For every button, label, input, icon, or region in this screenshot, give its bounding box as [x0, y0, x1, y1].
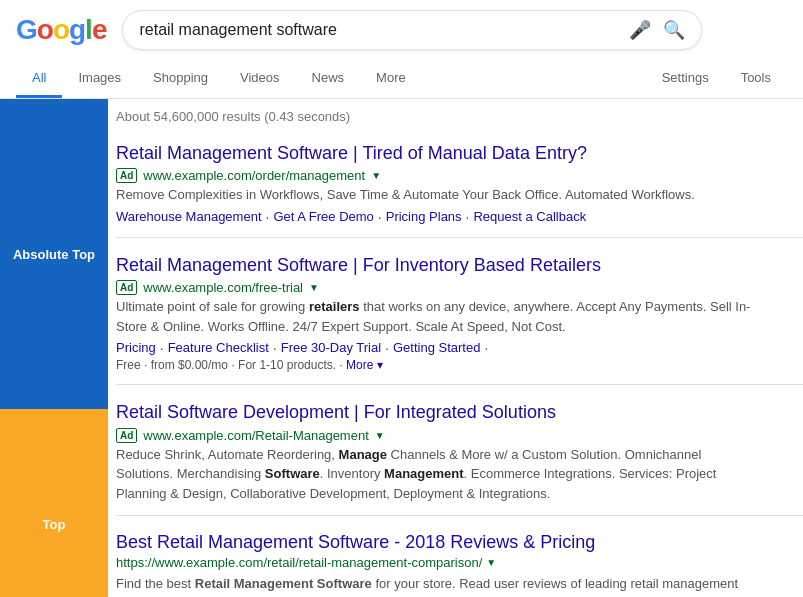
ad1-title[interactable]: Retail Management Software | Tired of Ma… — [116, 142, 756, 165]
organic-desc: Find the best Retail Management Software… — [116, 574, 756, 597]
ad-result-1: Retail Management Software | Tired of Ma… — [116, 130, 756, 233]
result-count: About 54,600,000 results (0.43 seconds) — [116, 99, 803, 130]
ad-result-2: Retail Management Software | For Invento… — [116, 242, 756, 380]
header-top: Google 🎤 🔍 — [16, 10, 787, 60]
ad2-link-3[interactable]: Free 30-Day Trial — [281, 340, 381, 356]
ad1-link-4[interactable]: Request a Callback — [473, 209, 586, 225]
results-column: About 54,600,000 results (0.43 seconds) … — [108, 99, 803, 597]
ad1-url-arrow: ▼ — [371, 170, 381, 181]
ad2-url-arrow: ▼ — [309, 282, 319, 293]
search-button[interactable]: 🔍 — [663, 19, 685, 41]
ad3-badge-row: Ad www.example.com/Retail-Management ▼ — [116, 428, 756, 443]
organic-title[interactable]: Best Retail Management Software - 2018 R… — [116, 532, 756, 553]
ad3-desc: Reduce Shrink, Automate Reordering, Mana… — [116, 445, 756, 504]
settings-link[interactable]: Settings — [646, 60, 725, 98]
absolute-top-label: Absolute Top — [0, 99, 108, 409]
logo-letter-g: G — [16, 14, 37, 45]
main-content: Absolute Top Top About 54,600,000 result… — [0, 99, 803, 597]
ad2-links: Pricing · Feature Checklist · Free 30-Da… — [116, 340, 756, 356]
ad2-title[interactable]: Retail Management Software | For Invento… — [116, 254, 756, 277]
ad2-free-note: Free · from $0.00/mo · For 1-10 products… — [116, 358, 756, 372]
tools-link[interactable]: Tools — [725, 60, 787, 98]
ad2-badge-row: Ad www.example.com/free-trial ▼ — [116, 280, 756, 295]
tab-videos[interactable]: Videos — [224, 60, 296, 98]
ad1-link-2[interactable]: Get A Free Demo — [273, 209, 373, 225]
logo-letter-o1: o — [37, 14, 53, 45]
logo-letter-g2: g — [69, 14, 85, 45]
logo-letter-e: e — [92, 14, 107, 45]
divider-3 — [116, 515, 803, 516]
tab-news[interactable]: News — [296, 60, 361, 98]
ad2-link-2[interactable]: Feature Checklist — [168, 340, 269, 356]
tab-more[interactable]: More — [360, 60, 422, 98]
organic-url-arrow: ▼ — [486, 557, 496, 568]
divider-1 — [116, 237, 803, 238]
ad2-desc: Ultimate point of sale for growing retai… — [116, 297, 756, 336]
tab-all[interactable]: All — [16, 60, 62, 98]
top-label: Top — [0, 409, 108, 597]
tab-shopping[interactable]: Shopping — [137, 60, 224, 98]
ad2-more-link[interactable]: More ▾ — [346, 358, 383, 372]
organic-result-1: Best Retail Management Software - 2018 R… — [116, 520, 756, 597]
header: Google 🎤 🔍 All Images Shopping Videos Ne… — [0, 0, 803, 99]
ad1-links: Warehouse Management · Get A Free Demo ·… — [116, 209, 756, 225]
search-icons: 🎤 🔍 — [629, 19, 685, 41]
ad3-url: www.example.com/Retail-Management — [143, 428, 368, 443]
logo-letter-o2: o — [53, 14, 69, 45]
organic-url-row: https://www.example.com/retail/retail-ma… — [116, 555, 756, 570]
ad3-badge: Ad — [116, 428, 137, 443]
ad1-url: www.example.com/order/management — [143, 168, 365, 183]
ad1-badge: Ad — [116, 168, 137, 183]
microphone-icon[interactable]: 🎤 — [629, 19, 651, 41]
serp-labels: Absolute Top Top — [0, 99, 108, 597]
search-input[interactable] — [139, 21, 629, 39]
logo-letter-l: l — [85, 14, 92, 45]
ad2-badge: Ad — [116, 280, 137, 295]
ad2-link-1[interactable]: Pricing — [116, 340, 156, 356]
ad3-url-arrow: ▼ — [375, 430, 385, 441]
nav-settings: Settings Tools — [646, 60, 787, 98]
tab-images[interactable]: Images — [62, 60, 137, 98]
google-logo: Google — [16, 14, 106, 46]
search-bar[interactable]: 🎤 🔍 — [122, 10, 702, 50]
ad1-badge-row: Ad www.example.com/order/management ▼ — [116, 168, 756, 183]
nav-tabs: All Images Shopping Videos News More Set… — [16, 60, 787, 98]
ad1-link-3[interactable]: Pricing Plans — [386, 209, 462, 225]
ad2-url: www.example.com/free-trial — [143, 280, 303, 295]
ad1-link-1[interactable]: Warehouse Management — [116, 209, 262, 225]
ad-result-3: Retail Software Development | For Integr… — [116, 389, 756, 511]
ad3-title[interactable]: Retail Software Development | For Integr… — [116, 401, 756, 424]
organic-url: https://www.example.com/retail/retail-ma… — [116, 555, 482, 570]
divider-2 — [116, 384, 803, 385]
ad2-link-4[interactable]: Getting Started — [393, 340, 480, 356]
ad1-desc: Remove Complexities in Workflows, Save T… — [116, 185, 756, 205]
